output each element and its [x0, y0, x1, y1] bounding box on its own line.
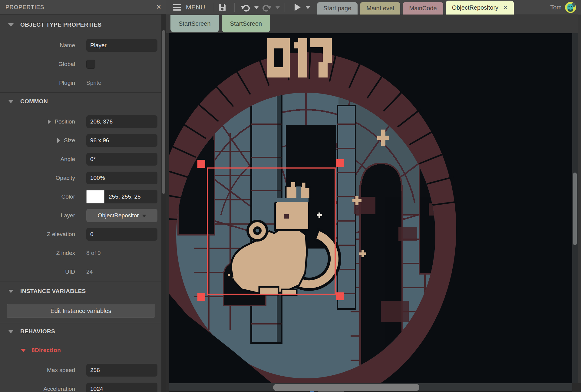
collapse-triangle-icon [8, 290, 14, 293]
section-instance-variables[interactable]: INSTANCE VARIABLES [0, 286, 166, 297]
subtab-startscreen-2[interactable]: StartScreen [222, 15, 270, 32]
edit-instance-variables-button[interactable]: Edit Instance variables [7, 304, 155, 318]
section-common[interactable]: COMMON [0, 96, 166, 107]
z-index-value: 8 of 9 [86, 250, 101, 256]
row-size: Size 96 x 96 [0, 131, 166, 150]
panel-title: PROPERTIES [5, 4, 44, 11]
layout-subtab-bar: StartScreen StartScreen [166, 15, 581, 33]
row-z-elevation: Z elevation 0 [0, 225, 166, 244]
panel-canvas-gutter [166, 33, 169, 392]
section-behaviors[interactable]: BEHAVIORS [0, 326, 166, 337]
user-account[interactable]: Tom [550, 0, 576, 15]
row-plugin: Plugin Sprite [0, 74, 166, 92]
color-swatch[interactable] [86, 190, 104, 203]
selection-handle[interactable] [197, 160, 205, 168]
opacity-input[interactable]: 100% [86, 172, 157, 184]
toolbar-separator [234, 3, 235, 12]
horizontal-scrollbar-thumb[interactable] [273, 384, 419, 391]
divider [0, 92, 166, 93]
behavior-8direction[interactable]: 8Direction [0, 345, 166, 355]
top-toolbar: MENU Start page [166, 0, 581, 15]
expand-triangle-icon[interactable] [57, 138, 60, 143]
row-name: Name Player [0, 36, 166, 55]
right-edge-sliver [578, 15, 581, 392]
toolbar-separator [285, 3, 285, 12]
global-checkbox[interactable] [86, 60, 95, 69]
row-global: Global [0, 55, 166, 74]
chevron-down-icon [142, 215, 146, 217]
collapse-triangle-icon [8, 23, 14, 27]
canvas-horizontal-scrollbar[interactable] [169, 383, 572, 392]
collapse-triangle-icon [8, 100, 14, 103]
canvas-vertical-scrollbar[interactable] [572, 33, 578, 391]
redo-icon[interactable] [262, 2, 272, 12]
scene-viewport[interactable] [169, 33, 572, 383]
tab-mainlevel[interactable]: MainLevel [360, 2, 400, 15]
layer-dropdown[interactable]: ObjectRepositor [86, 209, 157, 222]
redo-dropdown-caret-icon[interactable] [276, 6, 280, 9]
tab-start-page[interactable]: Start page [317, 2, 358, 15]
acceleration-input[interactable]: 1024 [86, 383, 157, 392]
collapse-triangle-icon [21, 349, 26, 352]
avatar[interactable] [565, 2, 576, 13]
row-opacity: Opacity 100% [0, 169, 166, 187]
play-icon[interactable] [294, 3, 301, 11]
save-icon[interactable] [217, 2, 227, 12]
construct-editor-window: PROPERTIES × OBJECT TYPE PROPERTIES Name… [0, 0, 581, 392]
user-name: Tom [550, 4, 562, 11]
undo-dropdown-caret-icon[interactable] [254, 6, 259, 9]
row-acceleration: Acceleration 1024 [0, 380, 166, 392]
selection-handle[interactable] [197, 293, 205, 301]
collapse-triangle-icon [8, 330, 14, 333]
play-dropdown-caret-icon[interactable] [306, 6, 310, 9]
selection-handle[interactable] [336, 292, 344, 300]
tab-objectrepository[interactable]: ObjectRepository × [446, 1, 514, 15]
hamburger-icon [173, 4, 181, 11]
undo-icon[interactable] [240, 2, 251, 12]
z-elevation-input[interactable]: 0 [86, 228, 157, 241]
row-uid: UID 24 [0, 262, 166, 281]
row-layer: Layer ObjectRepositor [0, 206, 166, 225]
subtab-startscreen-1[interactable]: StartScreen [170, 15, 219, 32]
name-input[interactable]: Player [86, 39, 157, 52]
divider [0, 281, 166, 282]
section-object-type-properties[interactable]: OBJECT TYPE PROPERTIES [0, 19, 166, 30]
uid-value: 24 [86, 268, 93, 275]
size-input[interactable]: 96 x 96 [86, 134, 157, 147]
document-tabs: Start page MainLevel MainCode ObjectRepo… [317, 1, 514, 15]
panel-scrollbar-thumb[interactable] [162, 30, 165, 194]
row-angle: Angle 0° [0, 150, 166, 169]
toolbar-separator [214, 3, 214, 12]
tab-maincode[interactable]: MainCode [403, 2, 443, 15]
angle-input[interactable]: 0° [86, 153, 157, 166]
close-icon[interactable]: × [156, 2, 161, 12]
color-value-input[interactable]: 255, 255, 25 [104, 190, 157, 203]
expand-triangle-icon[interactable] [48, 119, 51, 124]
max-speed-input[interactable]: 256 [86, 364, 157, 377]
row-max-speed: Max speed 256 [0, 361, 166, 380]
selection-handle[interactable] [336, 159, 344, 167]
row-color: Color 255, 255, 25 [0, 187, 166, 206]
divider [0, 323, 166, 323]
properties-panel: PROPERTIES × OBJECT TYPE PROPERTIES Name… [0, 0, 166, 392]
layout-canvas[interactable] [169, 33, 572, 383]
properties-panel-body: OBJECT TYPE PROPERTIES Name Player Globa… [0, 15, 166, 392]
properties-panel-header: PROPERTIES × [0, 0, 166, 15]
menu-button[interactable]: MENU [170, 2, 208, 13]
position-input[interactable]: 208, 376 [86, 115, 157, 128]
plugin-value: Sprite [86, 80, 101, 86]
row-z-index: Z index 8 of 9 [0, 244, 166, 262]
vertical-scrollbar-thumb[interactable] [573, 173, 577, 245]
tab-close-icon[interactable]: × [503, 5, 507, 11]
row-position: Position 208, 376 [0, 112, 166, 131]
scrollbar-corner [572, 383, 581, 392]
panel-scrollbar[interactable] [161, 15, 166, 392]
